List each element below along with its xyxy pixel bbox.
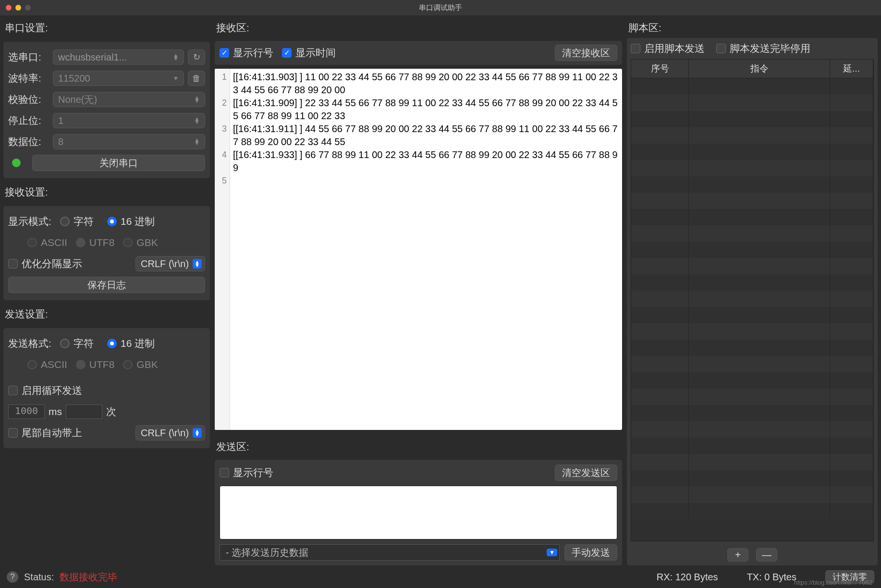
table-header: 序号 指令 延... <box>631 60 873 78</box>
chevron-down-icon: ▼ <box>547 549 557 556</box>
table-row[interactable] <box>631 454 873 470</box>
send-encoding-ascii[interactable]: ASCII <box>27 359 67 370</box>
show-time-checkbox[interactable]: ✓显示时间 <box>282 46 336 60</box>
recv-text[interactable]: [[16:41:31.903] ] 11 00 22 33 44 55 66 7… <box>230 69 622 430</box>
recv-settings-panel: 显示模式: 字符 16 进制 ASCII UTF8 GBK 优化分隔显示 CRL… <box>3 206 210 301</box>
table-row[interactable] <box>631 78 873 95</box>
table-row[interactable] <box>631 291 873 307</box>
table-row[interactable] <box>631 176 873 193</box>
port-settings-panel: 选串口: wchusbserial1... ▲▼ ↻ 波特率: 115200 ▼… <box>3 41 210 179</box>
tail-ending-select[interactable]: CRLF (\r\n) ▲▼ <box>135 425 205 441</box>
col-seq[interactable]: 序号 <box>631 60 689 78</box>
table-row[interactable] <box>631 127 873 144</box>
encoding-ascii[interactable]: ASCII <box>27 237 67 248</box>
stop-on-done-checkbox[interactable]: 脚本发送完毕停用 <box>716 42 810 55</box>
encoding-utf8[interactable]: UTF8 <box>76 237 115 248</box>
parity-select[interactable]: None(无) ▲▼ <box>53 92 205 107</box>
line-gutter: 12345 <box>215 69 230 430</box>
tail-auto-checkbox[interactable]: 尾部自动带上 <box>8 426 82 440</box>
baud-select[interactable]: 115200 ▼ <box>53 71 184 86</box>
display-mode-hex[interactable]: 16 进制 <box>107 215 155 228</box>
recv-editor[interactable]: 12345 [[16:41:31.903] ] 11 00 22 33 44 5… <box>214 68 623 430</box>
chevron-down-icon: ▼ <box>173 77 179 80</box>
manual-send-button[interactable]: 手动发送 <box>564 544 617 561</box>
close-window-button[interactable] <box>6 5 12 11</box>
save-log-button[interactable]: 保存日志 <box>8 277 205 293</box>
clear-send-button[interactable]: 清空发送区 <box>555 465 617 481</box>
minimize-window-button[interactable] <box>15 5 21 11</box>
opt-split-checkbox[interactable]: 优化分隔显示 <box>8 257 82 270</box>
table-row[interactable] <box>631 111 873 127</box>
table-row[interactable] <box>631 95 873 111</box>
times-input[interactable] <box>66 404 102 419</box>
send-format-hex[interactable]: 16 进制 <box>107 337 155 350</box>
table-row[interactable] <box>631 274 873 291</box>
updown-icon: ▲▼ <box>193 428 202 438</box>
table-row[interactable] <box>631 438 873 454</box>
add-row-button[interactable]: + <box>727 548 748 562</box>
table-row[interactable] <box>631 487 873 503</box>
port-select[interactable]: wchusbserial1... ▲▼ <box>53 49 184 65</box>
table-row[interactable] <box>631 389 873 405</box>
help-button[interactable]: ? <box>7 571 18 583</box>
updown-icon: ▲▼ <box>194 138 200 145</box>
status-message: 数据接收完毕 <box>60 571 117 584</box>
send-area-label: 发送区: <box>214 437 623 456</box>
table-row[interactable] <box>631 307 873 323</box>
table-row[interactable] <box>631 470 873 487</box>
send-show-line-no-checkbox[interactable]: 显示行号 <box>220 466 273 479</box>
encoding-gbk[interactable]: GBK <box>123 237 158 248</box>
updown-icon: ▲▼ <box>193 259 202 269</box>
rx-bytes: RX: 120 Bytes <box>657 572 718 583</box>
port-settings-label: 串口设置: <box>3 18 210 37</box>
select-port-label: 选串口: <box>8 50 49 64</box>
send-input[interactable] <box>220 486 617 539</box>
enable-loop-checkbox[interactable]: 启用循环发送 <box>8 384 82 397</box>
table-row[interactable] <box>631 225 873 242</box>
script-table[interactable]: 序号 指令 延... <box>631 59 874 541</box>
table-row[interactable] <box>631 193 873 209</box>
send-settings-label: 发送设置: <box>3 305 210 324</box>
table-row[interactable] <box>631 421 873 438</box>
table-row[interactable] <box>631 258 873 274</box>
ms-label: ms <box>49 406 62 417</box>
delete-button[interactable]: 🗑 <box>188 71 205 86</box>
title-bar[interactable]: 串口调试助手 <box>0 0 881 15</box>
table-row[interactable] <box>631 144 873 160</box>
table-row[interactable] <box>631 242 873 258</box>
interval-ms-input[interactable]: 1000 <box>8 404 45 419</box>
table-row[interactable] <box>631 160 873 176</box>
updown-icon: ▲▼ <box>194 117 200 124</box>
refresh-button[interactable]: ↻ <box>188 49 205 65</box>
table-row[interactable] <box>631 209 873 225</box>
send-history-select[interactable]: - 选择发送历史数据 ▼ <box>220 544 560 561</box>
table-row[interactable] <box>631 340 873 356</box>
watermark: https://blog.csdn.net/... 7062 <box>794 579 872 586</box>
table-row[interactable] <box>631 503 873 519</box>
times-label: 次 <box>106 405 116 418</box>
status-bar: ? Status: 数据接收完毕 RX: 120 Bytes TX: 0 Byt… <box>0 569 881 585</box>
table-row[interactable] <box>631 405 873 421</box>
send-encoding-gbk[interactable]: GBK <box>123 359 158 370</box>
close-port-button[interactable]: 关闭串口 <box>32 155 205 171</box>
show-line-no-checkbox[interactable]: ✓显示行号 <box>220 46 273 60</box>
col-delay[interactable]: 延... <box>830 60 873 78</box>
table-row[interactable] <box>631 356 873 372</box>
clear-recv-button[interactable]: 清空接收区 <box>555 45 617 61</box>
stop-label: 停止位: <box>8 114 49 127</box>
display-mode-char[interactable]: 字符 <box>60 215 94 228</box>
line-ending-select[interactable]: CRLF (\r\n) ▲▼ <box>135 256 205 271</box>
send-encoding-utf8[interactable]: UTF8 <box>76 359 115 370</box>
enable-script-checkbox[interactable]: 启用脚本发送 <box>631 42 705 55</box>
recv-toolbar: ✓显示行号 ✓显示时间 清空接收区 <box>214 40 623 65</box>
status-label: Status: <box>24 572 54 583</box>
table-row[interactable] <box>631 372 873 389</box>
data-bits-select[interactable]: 8 ▲▼ <box>53 134 205 149</box>
send-format-char[interactable]: 字符 <box>60 337 94 350</box>
remove-row-button[interactable]: — <box>756 548 777 562</box>
table-body <box>631 78 873 541</box>
table-row[interactable] <box>631 323 873 340</box>
script-panel: 启用脚本发送 脚本发送完毕停用 序号 指令 延... <box>626 37 878 566</box>
stop-select[interactable]: 1 ▲▼ <box>53 113 205 128</box>
col-cmd[interactable]: 指令 <box>689 60 830 78</box>
